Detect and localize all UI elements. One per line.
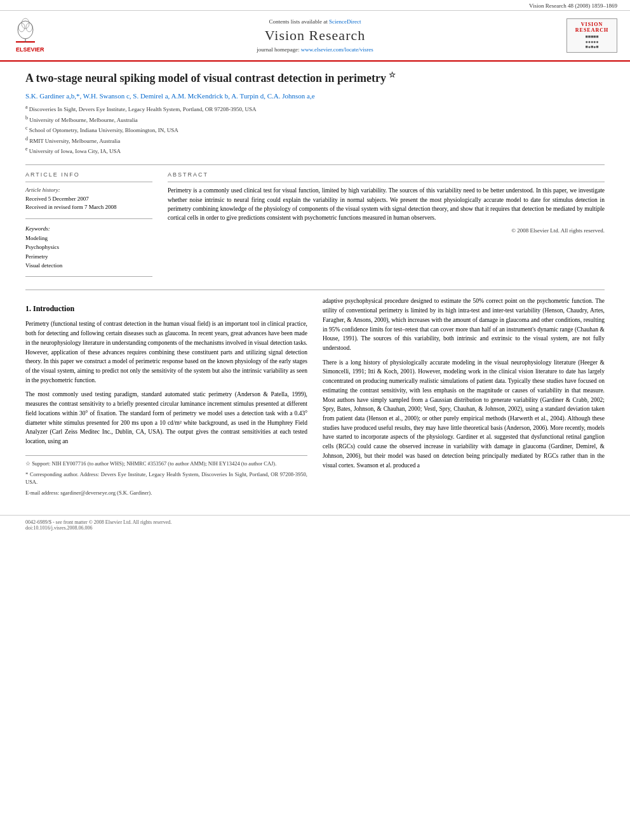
article-history: Article history: Received 5 December 200… [25,186,152,212]
intro-para2: The most commonly used testing paradigm,… [25,390,307,446]
affiliation-e: e University of Iowa, Iowa City, IA, USA [25,145,605,156]
doi: doi:10.1016/j.visres.2008.06.006 [25,525,93,531]
bottom-copyright: 0042-6989/$ - see front matter © 2008 El… [25,519,171,525]
footnotes: ☆ Support: NIH EY007716 (to author WHS);… [25,455,307,497]
journal-homepage: journal homepage: www.elsevier.com/locat… [64,46,566,53]
affiliation-a: a Discoveries In Sight, Devers Eye Insti… [25,103,605,114]
abstract-divider [168,182,605,182]
divider [25,164,605,165]
journal-center: Contents lists available at ScienceDirec… [64,18,566,53]
authors-line: S.K. Gardiner a,b,*, W.H. Swanson c, S. … [25,92,605,100]
revised-date: Received in revised form 7 March 2008 [25,203,152,212]
intro-para1: Perimetry (functional testing of contras… [25,319,307,385]
info-divider [25,182,152,182]
article-info-col: ARTICLE INFO Article history: Received 5… [25,171,152,281]
keyword-4: Visual detection [25,261,152,270]
abstract-label: ABSTRACT [168,171,605,178]
footnote-corresponding: * Corresponding author. Address: Devers … [25,470,307,487]
vr-logo: VISIONRESEARCH ■■■■■ ●●●●● ■●■●■ [566,18,617,53]
affiliation-d: d RMIT University, Melbourne, Australia [25,135,605,145]
footnote-star: ☆ Support: NIH EY007716 (to author WHS);… [25,460,307,468]
body-columns: 1. Introduction Perimetry (functional te… [25,297,605,499]
right-para1: adaptive psychophysical procedure design… [323,297,605,352]
abstract-text: Perimetry is a commonly used clinical te… [168,186,605,222]
sciencedirect-link[interactable]: ScienceDirect [329,18,361,25]
title-star: ☆ [389,70,396,79]
affiliations: a Discoveries In Sight, Devers Eye Insti… [25,103,605,156]
history-label: Article history: [25,186,152,195]
section-divider [25,290,605,290]
copyright: © 2008 Elsevier Ltd. All rights reserved… [168,227,605,234]
journal-homepage-link[interactable]: www.elsevier.com/locate/visres [301,46,373,53]
introduction-heading: 1. Introduction [25,303,307,314]
abstract-col: ABSTRACT Perimetry is a commonly used cl… [168,171,605,281]
keyword-1: Modeling [25,234,152,243]
body-right-col: adaptive psychophysical procedure design… [323,297,605,499]
keywords-list: Modeling Psychophysics Perimetry Visual … [25,234,152,270]
svg-text:ELSEVIER: ELSEVIER [16,46,44,53]
keyword-2: Psychophysics [25,243,152,251]
citation-bar: Vision Research 48 (2008) 1859–1869 [0,0,630,11]
body-left-col: 1. Introduction Perimetry (functional te… [25,297,307,499]
article-info-label: ARTICLE INFO [25,171,152,178]
journal-header: ELSEVIER Contents lists available at Sci… [0,11,630,62]
affiliation-b: b University of Melbourne, Melbourne, Au… [25,114,605,124]
elsevier-svg: ELSEVIER [13,16,64,54]
keywords-label: Keywords: [25,225,152,232]
journal-title: Vision Research [64,27,566,44]
keyword-3: Perimetry [25,252,152,261]
bottom-info-divider [25,276,152,277]
keywords-divider [25,218,152,219]
journal-citation: Vision Research 48 (2008) 1859–1869 [529,3,617,9]
article-info-abstract: ARTICLE INFO Article history: Received 5… [25,171,605,281]
bottom-bar: 0042-6989/$ - see front matter © 2008 El… [0,515,630,535]
svg-point-6 [22,18,29,29]
paper-title: A two-stage neural spiking model of visu… [25,70,605,86]
received-date: Received 5 December 2007 [25,195,152,204]
vr-logo-box: VISIONRESEARCH ■■■■■ ●●●●● ■●■●■ [566,18,617,53]
elsevier-logo: ELSEVIER [13,16,64,55]
footnote-email: E-mail address: sgardiner@deverseye.org … [25,489,307,497]
sciencedirect-line: Contents lists available at ScienceDirec… [64,18,566,25]
right-para2: There is a long history of physiological… [323,358,605,470]
main-content: A two-stage neural spiking model of visu… [0,62,630,509]
affiliation-c: c School of Optometry, Indiana Universit… [25,124,605,135]
svg-point-2 [18,21,33,39]
